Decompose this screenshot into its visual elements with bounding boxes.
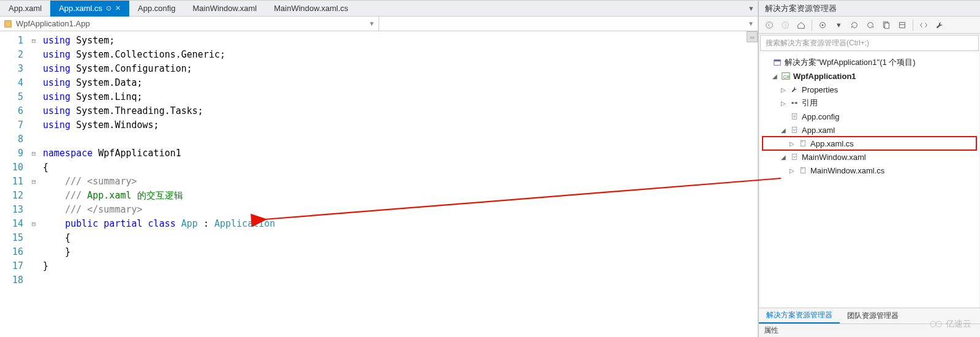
svg-point-4 [822, 24, 824, 26]
svg-rect-7 [900, 22, 905, 28]
tab-mainwindow-xaml[interactable]: MainWindow.xaml [184, 1, 265, 17]
app-root: App.xaml App.xaml.cs ⊙ ✕ App.config Main… [0, 0, 980, 337]
nav-type-dropdown[interactable]: WpfApplication1.App ▼ [0, 17, 379, 31]
collapse-all-button[interactable] [864, 18, 877, 32]
tab-team-explorer[interactable]: 团队资源管理器 [840, 308, 906, 324]
solution-explorer: 解决方案资源管理器 ▾ 搜索解决方案资源管理器(Ctrl+;) 解决方案"Wpf… [758, 1, 980, 337]
expander-icon[interactable]: ▷ [780, 100, 787, 107]
expander-icon[interactable]: ▷ [780, 86, 787, 93]
wrench-icon [790, 85, 799, 94]
tab-solution-explorer[interactable]: 解决方案资源管理器 [759, 308, 840, 324]
file-appxaml[interactable]: ◢ App.xaml [763, 123, 976, 137]
properties-node[interactable]: ▷ Properties [763, 83, 976, 96]
forward-button[interactable] [778, 18, 792, 32]
code-nav-bar: WpfApplication1.App ▼ ▼ [0, 17, 758, 31]
solution-node[interactable]: 解决方案"WpfApplication1"(1 个项目) [763, 56, 976, 69]
line-number-gutter: 123456789101112131415161718 [0, 31, 27, 337]
svg-rect-6 [884, 23, 889, 28]
wrench-icon[interactable] [933, 18, 946, 32]
solution-explorer-toolbar: ▾ [759, 17, 980, 34]
editor-pane: App.xaml App.xaml.cs ⊙ ✕ App.config Main… [0, 1, 758, 337]
project-node[interactable]: ◢ C# WpfApplication1 [763, 69, 976, 83]
properties-panel-header: 属性 [759, 324, 980, 337]
cs-file-icon [798, 138, 808, 148]
chevron-down-icon: ▼ [369, 20, 375, 27]
svg-rect-21 [801, 168, 805, 173]
outline-margin[interactable]: ⊟⊟⊟⊟ [27, 31, 40, 337]
nav-member-dropdown[interactable]: ▼ [379, 17, 758, 31]
xaml-file-icon [790, 125, 799, 135]
sync-button[interactable] [816, 18, 829, 32]
back-button[interactable] [763, 18, 776, 32]
svg-rect-18 [792, 127, 797, 133]
csharp-project-icon: C# [781, 71, 791, 81]
separator [913, 20, 913, 31]
tab-mainwindow-xaml-cs[interactable]: MainWindow.xaml.cs [265, 1, 356, 17]
solution-explorer-title: 解决方案资源管理器 [759, 1, 980, 17]
explorer-bottom-tabs: 解决方案资源管理器 团队资源管理器 [759, 308, 980, 324]
tabs-overflow-dropdown[interactable]: ▾ [744, 4, 758, 13]
expander-icon[interactable]: ◢ [771, 73, 778, 80]
svg-rect-16 [792, 114, 797, 119]
view-code-button[interactable] [917, 18, 930, 32]
svg-point-2 [782, 21, 789, 28]
file-appxamlcs[interactable]: ▷ App.xaml.cs [763, 137, 976, 150]
expander-icon[interactable]: ▷ [788, 140, 796, 147]
svg-rect-13 [792, 102, 794, 104]
show-all-files-button[interactable] [880, 18, 893, 32]
code-editor[interactable]: 123456789101112131415161718 ⊟⊟⊟⊟ using S… [0, 31, 758, 337]
references-icon [790, 98, 799, 108]
expander-icon[interactable]: ◢ [780, 154, 787, 161]
svg-point-1 [766, 21, 773, 28]
refresh-button[interactable] [848, 18, 861, 32]
svg-rect-20 [792, 154, 797, 160]
tab-app-xaml-cs[interactable]: App.xaml.cs ⊙ ✕ [50, 1, 129, 17]
solution-search-input[interactable]: 搜索解决方案资源管理器(Ctrl+;) [760, 35, 979, 51]
config-file-icon [790, 112, 799, 121]
svg-text:C#: C# [783, 74, 790, 80]
svg-rect-0 [5, 20, 12, 27]
file-mainwindow-xaml[interactable]: ◢ MainWindow.xaml [763, 150, 976, 164]
document-tabstrip: App.xaml App.xaml.cs ⊙ ✕ App.config Main… [0, 1, 758, 17]
separator [812, 20, 812, 31]
svg-rect-14 [796, 102, 797, 104]
solution-tree: 解决方案"WpfApplication1"(1 个项目) ◢ C# WpfApp… [760, 52, 979, 308]
file-appconfig[interactable]: App.config [763, 110, 976, 123]
references-node[interactable]: ▷ 引用 [763, 96, 976, 110]
expander-icon[interactable]: ▷ [788, 167, 796, 174]
properties-button[interactable] [895, 18, 909, 32]
xaml-file-icon [790, 152, 799, 162]
chevron-down-icon: ▼ [748, 20, 754, 27]
cs-file-icon [798, 165, 808, 175]
svg-rect-10 [774, 60, 781, 62]
home-button[interactable] [794, 18, 808, 32]
solution-icon [772, 58, 782, 67]
expander-icon[interactable]: ◢ [780, 127, 787, 134]
code-text[interactable]: using System;using System.Collections.Ge… [40, 31, 758, 337]
tab-app-xaml[interactable]: App.xaml [0, 1, 50, 17]
dropdown-icon[interactable]: ▾ [832, 18, 845, 32]
split-handle[interactable]: ▭ [747, 31, 758, 42]
svg-rect-19 [801, 141, 805, 146]
pin-icon[interactable]: ⊙ [106, 4, 111, 12]
class-icon [4, 20, 12, 28]
tab-app-config[interactable]: App.config [129, 1, 184, 17]
close-icon[interactable]: ✕ [115, 4, 121, 12]
file-mainwindow-xaml-cs[interactable]: ▷ MainWindow.xaml.cs [763, 164, 976, 177]
